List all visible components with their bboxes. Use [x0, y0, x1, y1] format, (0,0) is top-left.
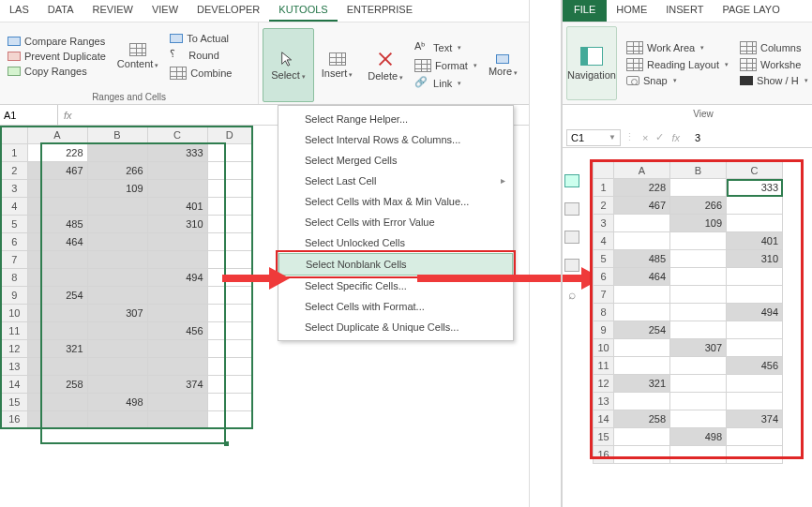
insert-button[interactable]: Insert: [314, 28, 361, 102]
sidetool-4[interactable]: [564, 259, 579, 272]
content-button[interactable]: Content: [110, 24, 167, 88]
reading-layout-button[interactable]: Reading Layout: [623, 57, 732, 72]
menu-item[interactable]: Select Cells with Format...: [278, 296, 513, 317]
label: More: [489, 66, 518, 77]
menu-item[interactable]: Select Merged Cells: [278, 150, 513, 171]
show-hide-button[interactable]: Show / H: [736, 74, 812, 87]
ribbon-tabs-right: FILE HOME INSERT PAGE LAYO: [563, 0, 812, 22]
menu-item[interactable]: Select Interval Rows & Columns...: [278, 129, 513, 150]
camera-icon: [626, 76, 639, 85]
label: Show / H: [757, 75, 799, 86]
format-button[interactable]: Format: [411, 58, 481, 73]
menu-item[interactable]: Select Unlocked Cells: [278, 232, 513, 253]
more-icon: [496, 54, 509, 64]
tab-developer[interactable]: DEVELOPER: [188, 0, 269, 22]
label: Work Area: [647, 42, 695, 53]
label: Content: [117, 58, 159, 69]
menu-item[interactable]: Select Range Helper...: [278, 109, 513, 129]
label: Delete: [368, 70, 403, 82]
menu-item[interactable]: Select Cells with Error Value: [278, 212, 513, 232]
group-title: Ranges and Cells: [0, 90, 258, 104]
sidetool-3[interactable]: [564, 231, 579, 244]
grid-left[interactable]: ABCD122833324672663109440154853106464784…: [0, 126, 253, 429]
sidetool-find[interactable]: ⌕: [568, 287, 576, 302]
tab-las[interactable]: LAS: [0, 0, 38, 22]
tab-enterprise[interactable]: ENTERPRISE: [338, 0, 422, 22]
label: Combine: [190, 67, 232, 79]
to-actual-button[interactable]: To Actual: [166, 32, 235, 45]
tab-home[interactable]: HOME: [607, 0, 656, 22]
label: Reading Layout: [647, 59, 719, 70]
link-button[interactable]: 🔗Link: [411, 75, 481, 92]
confirm-icon[interactable]: ✓: [655, 131, 664, 143]
tab-file[interactable]: FILE: [563, 0, 607, 22]
tab-kutools[interactable]: KUTOOLS: [269, 0, 337, 22]
label: Link: [433, 78, 452, 89]
prevent-duplicate-button[interactable]: Prevent Duplicate: [4, 50, 110, 63]
menu-item[interactable]: Select Last Cell: [278, 171, 513, 191]
side-toolbar: ⌕: [559, 165, 585, 474]
content-icon: [129, 43, 146, 56]
work-area-button[interactable]: Work Area: [623, 40, 732, 55]
columns-button[interactable]: Columns: [736, 40, 812, 55]
tab-insert[interactable]: INSERT: [656, 0, 713, 22]
label: Round: [188, 50, 218, 61]
arrow-to-menu: [222, 269, 288, 288]
ribbon-tabs-left: LAS DATA REVIEW VIEW DEVELOPER KUTOOLS E…: [0, 0, 529, 22]
label: Copy Ranges: [24, 66, 87, 77]
fx-icon[interactable]: fx: [58, 110, 78, 121]
label: Prevent Duplicate: [24, 51, 106, 62]
formula-input-right[interactable]: 3: [687, 132, 700, 143]
label: Navigation: [567, 69, 616, 81]
sidetool-2[interactable]: [564, 202, 579, 216]
compare-ranges-button[interactable]: Compare Ranges: [4, 35, 110, 48]
cursor-icon: [279, 51, 296, 67]
tab-data[interactable]: DATA: [38, 0, 83, 22]
left-pane: LAS DATA REVIEW VIEW DEVELOPER KUTOOLS E…: [0, 0, 530, 507]
insert-icon: [329, 52, 346, 66]
select-dropdown-menu: Select Range Helper...Select Interval Ro…: [278, 105, 514, 341]
copy-ranges-button[interactable]: Copy Ranges: [4, 65, 110, 78]
cancel-icon[interactable]: ×: [642, 132, 648, 143]
menu-item[interactable]: Select Cells with Max & Min Value...: [278, 191, 513, 212]
ribbon-left: Compare Ranges Prevent Duplicate Copy Ra…: [0, 22, 529, 105]
label: To Actual: [187, 33, 229, 44]
name-box-right[interactable]: C1▼: [566, 129, 621, 146]
snap-button[interactable]: Snap: [623, 74, 732, 87]
worksheet-button[interactable]: Workshe: [736, 57, 812, 72]
tab-view[interactable]: VIEW: [143, 0, 188, 22]
tab-review[interactable]: REVIEW: [83, 0, 143, 22]
grid-right[interactable]: ABC1228333246726631094401548531064647849…: [593, 161, 783, 464]
label: Workshe: [760, 59, 801, 70]
label: Compare Ranges: [24, 36, 105, 47]
navigation-button[interactable]: Navigation: [566, 26, 617, 100]
combine-button[interactable]: Combine: [166, 66, 235, 81]
label: Format: [435, 60, 468, 71]
sidetool-1[interactable]: [564, 174, 579, 187]
delete-icon: [376, 50, 395, 68]
ribbon-right: Navigation Work Area Reading Layout Snap…: [563, 22, 812, 105]
label: Select: [271, 69, 306, 81]
formula-bar-right: C1▼ ⋮ × ✓ fx 3: [563, 127, 812, 148]
group-title-view: View: [619, 109, 788, 119]
select-button[interactable]: Select: [263, 28, 314, 102]
label: Snap: [643, 75, 668, 86]
more-button[interactable]: More: [481, 28, 525, 102]
navigation-icon: [580, 47, 603, 66]
menu-item[interactable]: Select Duplicate & Unique Cells...: [278, 317, 513, 337]
fx-icon[interactable]: fx: [671, 132, 680, 143]
name-box[interactable]: A1: [0, 105, 58, 126]
fill-handle[interactable]: [224, 441, 229, 446]
text-button[interactable]: AᵇText: [411, 39, 481, 56]
label: Columns: [760, 42, 801, 53]
label: Text: [433, 42, 452, 53]
label: Insert: [322, 67, 353, 79]
round-button[interactable]: ⸮Round: [166, 47, 235, 64]
tab-pagelayout[interactable]: PAGE LAYO: [713, 0, 789, 22]
delete-button[interactable]: Delete: [360, 28, 411, 102]
